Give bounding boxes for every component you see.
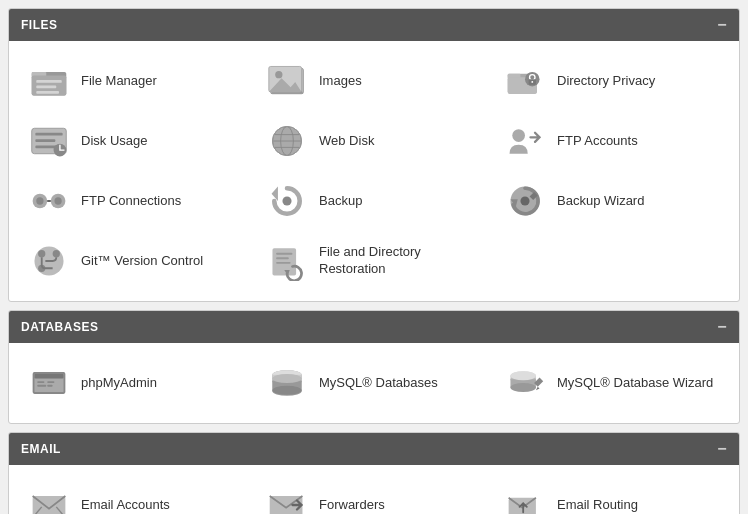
item-forwarders[interactable]: Forwarders <box>255 475 493 514</box>
section-title-databases: DATABASES <box>21 320 98 334</box>
icon-file-restore <box>265 239 309 283</box>
label-forwarders: Forwarders <box>319 497 385 514</box>
icon-email-accounts <box>27 483 71 514</box>
svg-point-19 <box>531 81 533 83</box>
item-backup[interactable]: Backup <box>255 171 493 231</box>
collapse-button-email[interactable]: − <box>717 440 727 458</box>
section-databases: DATABASES− phpMyAdmin <box>8 310 740 424</box>
item-email-routing[interactable]: Email Routing <box>493 475 731 514</box>
item-backup-wizard[interactable]: Backup Wizard <box>493 171 731 231</box>
icon-disk-usage <box>27 119 71 163</box>
item-ftp-accounts[interactable]: FTP Accounts <box>493 111 731 171</box>
svg-rect-53 <box>37 381 44 383</box>
label-email-accounts: Email Accounts <box>81 497 170 514</box>
collapse-button-files[interactable]: − <box>717 16 727 34</box>
item-email-accounts[interactable]: Email Accounts <box>17 475 255 514</box>
icon-images <box>265 59 309 103</box>
svg-rect-3 <box>36 80 61 83</box>
section-header-email: EMAIL− <box>9 433 739 465</box>
main-wrapper: FILES− File Manager Images <box>0 0 748 514</box>
item-disk-usage[interactable]: Disk Usage <box>17 111 255 171</box>
svg-point-11 <box>275 71 282 78</box>
icon-backup-wizard <box>503 179 547 223</box>
section-body-email: Email Accounts Forwarders Email Routing … <box>9 465 739 514</box>
section-title-files: FILES <box>21 18 58 32</box>
item-file-directory-restoration[interactable]: File and Directory Restoration <box>255 231 493 291</box>
icon-forwarders <box>265 483 309 514</box>
svg-point-34 <box>36 197 43 204</box>
svg-point-31 <box>512 129 525 142</box>
svg-rect-46 <box>276 253 292 255</box>
svg-rect-22 <box>35 139 55 142</box>
icon-file-manager <box>27 59 71 103</box>
section-files: FILES− File Manager Images <box>8 8 740 302</box>
svg-point-65 <box>272 386 301 395</box>
svg-point-40 <box>520 196 529 205</box>
icon-mysql <box>265 361 309 405</box>
item-mysql-databases[interactable]: MySQL® Databases <box>255 353 493 413</box>
item-ftp-connections[interactable]: FTP Connections <box>17 171 255 231</box>
svg-point-43 <box>53 250 60 257</box>
label-directory-privacy: Directory Privacy <box>557 73 655 90</box>
svg-rect-21 <box>35 133 62 136</box>
svg-point-37 <box>282 196 291 205</box>
svg-point-74 <box>510 371 535 380</box>
label-git-version-control: Git™ Version Control <box>81 253 203 270</box>
item-web-disk[interactable]: Web Disk <box>255 111 493 171</box>
label-file-manager: File Manager <box>81 73 157 90</box>
icon-web-disk <box>265 119 309 163</box>
label-ftp-connections: FTP Connections <box>81 193 181 210</box>
label-mysql-database-wizard: MySQL® Database Wizard <box>557 375 713 392</box>
collapse-button-databases[interactable]: − <box>717 318 727 336</box>
item-directory-privacy[interactable]: Directory Privacy <box>493 51 731 111</box>
svg-rect-4 <box>36 86 56 89</box>
svg-point-42 <box>38 250 45 257</box>
svg-rect-5 <box>36 91 59 94</box>
label-file-directory-restoration: File and Directory Restoration <box>319 244 483 278</box>
svg-rect-48 <box>276 262 291 264</box>
svg-point-35 <box>54 197 61 204</box>
section-title-email: EMAIL <box>21 442 61 456</box>
section-body-files: File Manager Images Directory Privacy <box>9 41 739 301</box>
svg-rect-54 <box>37 385 46 387</box>
icon-email-routing <box>503 483 547 514</box>
label-mysql-databases: MySQL® Databases <box>319 375 438 392</box>
icon-directory-privacy <box>503 59 547 103</box>
icon-ftp-connections <box>27 179 71 223</box>
label-phpmyadmin: phpMyAdmin <box>81 375 157 392</box>
item-images[interactable]: Images <box>255 51 493 111</box>
section-email: EMAIL− Email Accounts Forwarders Email R… <box>8 432 740 514</box>
label-web-disk: Web Disk <box>319 133 374 150</box>
icon-phpmyadmin <box>27 361 71 405</box>
section-header-files: FILES− <box>9 9 739 41</box>
label-backup: Backup <box>319 193 362 210</box>
section-body-databases: phpMyAdmin MySQL® Databases <box>9 343 739 423</box>
svg-point-68 <box>272 374 301 383</box>
section-header-databases: DATABASES− <box>9 311 739 343</box>
svg-rect-55 <box>47 381 54 383</box>
item-git-version-control[interactable]: Git™ Version Control <box>17 231 255 291</box>
icon-mysql-wizard <box>503 361 547 405</box>
svg-point-73 <box>510 383 535 392</box>
label-backup-wizard: Backup Wizard <box>557 193 644 210</box>
label-ftp-accounts: FTP Accounts <box>557 133 638 150</box>
item-mysql-database-wizard[interactable]: MySQL® Database Wizard <box>493 353 731 413</box>
label-email-routing: Email Routing <box>557 497 638 514</box>
item-file-manager[interactable]: File Manager <box>17 51 255 111</box>
label-images: Images <box>319 73 362 90</box>
svg-rect-56 <box>47 385 52 387</box>
svg-rect-45 <box>272 248 296 275</box>
svg-rect-52 <box>34 374 63 379</box>
icon-git <box>27 239 71 283</box>
svg-rect-47 <box>276 257 289 259</box>
label-disk-usage: Disk Usage <box>81 133 147 150</box>
item-phpmyadmin[interactable]: phpMyAdmin <box>17 353 255 413</box>
icon-backup <box>265 179 309 223</box>
icon-ftp-accounts <box>503 119 547 163</box>
